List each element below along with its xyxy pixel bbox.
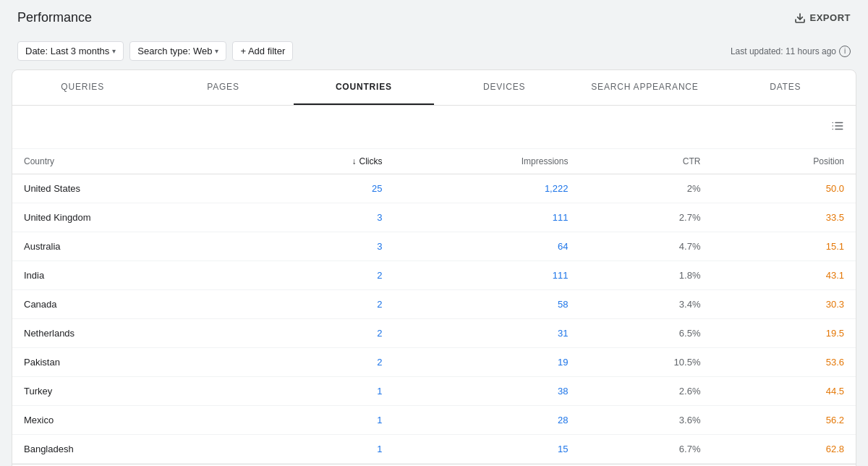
table-row[interactable]: United Kingdom 3 111 2.7% 33.5 <box>12 203 856 232</box>
cell-impressions: 28 <box>393 406 579 435</box>
date-filter-label: Date: Last 3 months <box>25 46 109 56</box>
cell-country: United States <box>12 174 252 203</box>
cell-position: 50.0 <box>712 174 856 203</box>
table-row[interactable]: Pakistan 2 19 10.5% 53.6 <box>12 348 856 377</box>
info-icon[interactable]: i <box>839 46 851 57</box>
cell-clicks: 2 <box>252 290 394 319</box>
export-label: EXPORT <box>810 12 851 23</box>
table-row[interactable]: Mexico 1 28 3.6% 56.2 <box>12 406 856 435</box>
cell-ctr: 1.8% <box>579 261 712 290</box>
cell-position: 56.2 <box>712 406 856 435</box>
table-row[interactable]: Turkey 1 38 2.6% 44.5 <box>12 377 856 406</box>
add-filter-button[interactable]: + Add filter <box>232 41 293 61</box>
last-updated: Last updated: 11 hours ago i <box>731 46 851 57</box>
cell-clicks: 3 <box>252 203 394 232</box>
cell-position: 30.3 <box>712 290 856 319</box>
cell-clicks: 2 <box>252 348 394 377</box>
col-impressions[interactable]: Impressions <box>393 149 579 174</box>
cell-impressions: 111 <box>393 203 579 232</box>
col-position[interactable]: Position <box>712 149 856 174</box>
table-row[interactable]: India 2 111 1.8% 43.1 <box>12 261 856 290</box>
cell-impressions: 1,222 <box>393 174 579 203</box>
cell-ctr: 4.7% <box>579 232 712 261</box>
cell-impressions: 58 <box>393 290 579 319</box>
cell-clicks: 1 <box>252 435 394 464</box>
cell-country: Mexico <box>12 406 252 435</box>
cell-impressions: 64 <box>393 232 579 261</box>
cell-position: 19.5 <box>712 319 856 348</box>
cell-ctr: 3.4% <box>579 290 712 319</box>
col-clicks[interactable]: ↓Clicks <box>252 149 394 174</box>
main-card: QUERIES PAGES COUNTRIES DEVICES SEARCH A… <box>12 69 856 466</box>
cell-position: 44.5 <box>712 377 856 406</box>
table-row[interactable]: Bangladesh 1 15 6.7% 62.8 <box>12 435 856 464</box>
cell-position: 53.6 <box>712 348 856 377</box>
cell-position: 33.5 <box>712 203 856 232</box>
cell-impressions: 15 <box>393 435 579 464</box>
table-row[interactable]: Canada 2 58 3.4% 30.3 <box>12 290 856 319</box>
chart-area <box>12 106 856 149</box>
tab-devices[interactable]: DEVICES <box>434 70 574 105</box>
cell-ctr: 10.5% <box>579 348 712 377</box>
search-type-filter-label: Search type: Web <box>137 46 212 56</box>
cell-impressions: 111 <box>393 261 579 290</box>
export-icon <box>794 12 806 24</box>
cell-impressions: 38 <box>393 377 579 406</box>
tab-dates[interactable]: DATES <box>715 70 856 105</box>
tab-countries[interactable]: COUNTRIES <box>294 70 434 105</box>
cell-country: India <box>12 261 252 290</box>
cell-clicks: 25 <box>252 174 394 203</box>
cell-position: 15.1 <box>712 232 856 261</box>
cell-ctr: 2% <box>579 174 712 203</box>
table-row[interactable]: Australia 3 64 4.7% 15.1 <box>12 232 856 261</box>
search-type-filter-chip[interactable]: Search type: Web ▾ <box>129 41 226 61</box>
table-row[interactable]: Netherlands 2 31 6.5% 19.5 <box>12 319 856 348</box>
cell-ctr: 2.7% <box>579 203 712 232</box>
cell-country: Canada <box>12 290 252 319</box>
date-filter-arrow: ▾ <box>112 47 116 55</box>
col-ctr[interactable]: CTR <box>579 149 712 174</box>
cell-ctr: 6.7% <box>579 435 712 464</box>
tabs-container: QUERIES PAGES COUNTRIES DEVICES SEARCH A… <box>12 70 856 106</box>
date-filter-chip[interactable]: Date: Last 3 months ▾ <box>17 41 124 61</box>
cell-impressions: 19 <box>393 348 579 377</box>
cell-country: United Kingdom <box>12 203 252 232</box>
tab-search-appearance[interactable]: SEARCH APPEARANCE <box>574 70 715 105</box>
cell-clicks: 2 <box>252 261 394 290</box>
col-country: Country <box>12 149 252 174</box>
data-table: Country ↓Clicks Impressions CTR Position… <box>12 149 856 464</box>
cell-country: Pakistan <box>12 348 252 377</box>
cell-clicks: 3 <box>252 232 394 261</box>
export-button[interactable]: EXPORT <box>794 12 851 24</box>
cell-position: 43.1 <box>712 261 856 290</box>
cell-clicks: 1 <box>252 406 394 435</box>
cell-clicks: 2 <box>252 319 394 348</box>
tab-pages[interactable]: PAGES <box>153 70 293 105</box>
tab-queries[interactable]: QUERIES <box>12 70 153 105</box>
cell-position: 62.8 <box>712 435 856 464</box>
cell-country: Bangladesh <box>12 435 252 464</box>
column-filter-icon[interactable] <box>831 119 844 135</box>
cell-country: Australia <box>12 232 252 261</box>
cell-country: Turkey <box>12 377 252 406</box>
cell-impressions: 31 <box>393 319 579 348</box>
page-title: Performance <box>17 10 92 25</box>
sort-arrow-icon: ↓ <box>352 156 356 166</box>
search-type-arrow: ▾ <box>215 47 218 55</box>
cell-ctr: 2.6% <box>579 377 712 406</box>
cell-ctr: 3.6% <box>579 406 712 435</box>
cell-country: Netherlands <box>12 319 252 348</box>
cell-clicks: 1 <box>252 377 394 406</box>
add-filter-label: + Add filter <box>240 46 285 56</box>
table-row[interactable]: United States 25 1,222 2% 50.0 <box>12 174 856 203</box>
cell-ctr: 6.5% <box>579 319 712 348</box>
